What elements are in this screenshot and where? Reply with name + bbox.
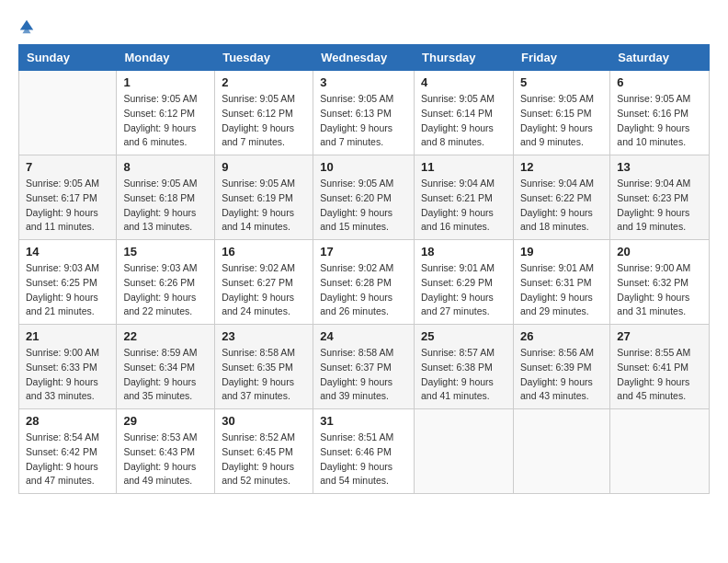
day-number: 7 xyxy=(26,160,109,174)
day-detail: Sunrise: 8:55 AMSunset: 6:41 PMDaylight:… xyxy=(617,346,702,404)
day-detail: Sunrise: 9:03 AMSunset: 6:26 PMDaylight:… xyxy=(123,261,208,319)
day-detail: Sunrise: 9:01 AMSunset: 6:29 PMDaylight:… xyxy=(421,261,506,319)
calendar-cell xyxy=(415,409,514,494)
calendar-cell: 28Sunrise: 8:54 AMSunset: 6:42 PMDayligh… xyxy=(19,409,117,494)
calendar-cell: 23Sunrise: 8:58 AMSunset: 6:35 PMDayligh… xyxy=(215,325,313,409)
calendar-cell: 31Sunrise: 8:51 AMSunset: 6:46 PMDayligh… xyxy=(313,409,415,494)
day-number: 5 xyxy=(520,75,603,89)
day-detail: Sunrise: 9:05 AMSunset: 6:20 PMDaylight:… xyxy=(320,177,407,235)
day-detail: Sunrise: 9:05 AMSunset: 6:17 PMDaylight:… xyxy=(26,177,109,235)
day-number: 31 xyxy=(320,414,407,428)
col-header-tuesday: Tuesday xyxy=(215,45,313,71)
calendar-cell: 10Sunrise: 9:05 AMSunset: 6:20 PMDayligh… xyxy=(313,155,415,240)
calendar-cell: 15Sunrise: 9:03 AMSunset: 6:26 PMDayligh… xyxy=(117,240,215,325)
day-number: 3 xyxy=(320,75,407,89)
day-number: 30 xyxy=(222,414,306,428)
day-detail: Sunrise: 8:53 AMSunset: 6:43 PMDaylight:… xyxy=(123,431,208,488)
day-number: 16 xyxy=(222,245,306,259)
col-header-saturday: Saturday xyxy=(610,45,710,71)
day-detail: Sunrise: 8:59 AMSunset: 6:34 PMDaylight:… xyxy=(123,346,208,404)
logo-icon xyxy=(18,18,35,35)
calendar-cell: 19Sunrise: 9:01 AMSunset: 6:31 PMDayligh… xyxy=(513,240,609,325)
calendar-table: SundayMondayTuesdayWednesdayThursdayFrid… xyxy=(18,44,710,494)
calendar-cell: 12Sunrise: 9:04 AMSunset: 6:22 PMDayligh… xyxy=(513,155,609,240)
day-number: 29 xyxy=(123,414,208,428)
day-number: 4 xyxy=(421,75,506,89)
day-number: 9 xyxy=(222,160,306,174)
day-number: 20 xyxy=(617,245,702,259)
calendar-cell: 3Sunrise: 9:05 AMSunset: 6:13 PMDaylight… xyxy=(313,71,415,155)
calendar-cell: 26Sunrise: 8:56 AMSunset: 6:39 PMDayligh… xyxy=(513,325,609,409)
day-detail: Sunrise: 9:00 AMSunset: 6:33 PMDaylight:… xyxy=(26,346,109,404)
day-detail: Sunrise: 9:05 AMSunset: 6:13 PMDaylight:… xyxy=(320,92,407,150)
day-number: 13 xyxy=(617,160,702,174)
calendar-cell: 18Sunrise: 9:01 AMSunset: 6:29 PMDayligh… xyxy=(415,240,514,325)
calendar-cell: 27Sunrise: 8:55 AMSunset: 6:41 PMDayligh… xyxy=(610,325,710,409)
calendar-cell: 25Sunrise: 8:57 AMSunset: 6:38 PMDayligh… xyxy=(415,325,514,409)
day-number: 28 xyxy=(26,414,109,428)
calendar-header-row: SundayMondayTuesdayWednesdayThursdayFrid… xyxy=(19,45,710,71)
day-number: 26 xyxy=(520,329,603,343)
calendar-cell xyxy=(513,409,609,494)
day-detail: Sunrise: 9:05 AMSunset: 6:12 PMDaylight:… xyxy=(123,92,208,150)
day-number: 17 xyxy=(320,245,407,259)
day-detail: Sunrise: 9:05 AMSunset: 6:14 PMDaylight:… xyxy=(421,92,506,150)
day-detail: Sunrise: 9:02 AMSunset: 6:27 PMDaylight:… xyxy=(222,261,306,319)
calendar-cell: 30Sunrise: 8:52 AMSunset: 6:45 PMDayligh… xyxy=(215,409,313,494)
calendar-cell xyxy=(19,71,117,155)
calendar-cell: 6Sunrise: 9:05 AMSunset: 6:16 PMDaylight… xyxy=(610,71,710,155)
header xyxy=(18,15,710,35)
day-detail: Sunrise: 9:05 AMSunset: 6:12 PMDaylight:… xyxy=(222,92,306,150)
calendar-cell: 21Sunrise: 9:00 AMSunset: 6:33 PMDayligh… xyxy=(19,325,117,409)
day-number: 27 xyxy=(617,329,702,343)
day-detail: Sunrise: 9:05 AMSunset: 6:16 PMDaylight:… xyxy=(617,92,702,150)
calendar-week-row: 1Sunrise: 9:05 AMSunset: 6:12 PMDaylight… xyxy=(19,71,710,155)
day-number: 6 xyxy=(617,75,702,89)
col-header-friday: Friday xyxy=(513,45,609,71)
day-detail: Sunrise: 9:01 AMSunset: 6:31 PMDaylight:… xyxy=(520,261,603,319)
day-number: 2 xyxy=(222,75,306,89)
calendar-cell: 16Sunrise: 9:02 AMSunset: 6:27 PMDayligh… xyxy=(215,240,313,325)
day-detail: Sunrise: 8:56 AMSunset: 6:39 PMDaylight:… xyxy=(520,346,603,404)
calendar-week-row: 28Sunrise: 8:54 AMSunset: 6:42 PMDayligh… xyxy=(19,409,710,494)
calendar-cell: 24Sunrise: 8:58 AMSunset: 6:37 PMDayligh… xyxy=(313,325,415,409)
day-detail: Sunrise: 9:04 AMSunset: 6:22 PMDaylight:… xyxy=(520,177,603,235)
day-number: 24 xyxy=(320,329,407,343)
day-detail: Sunrise: 9:00 AMSunset: 6:32 PMDaylight:… xyxy=(617,261,702,319)
day-detail: Sunrise: 9:04 AMSunset: 6:23 PMDaylight:… xyxy=(617,177,702,235)
calendar-cell: 13Sunrise: 9:04 AMSunset: 6:23 PMDayligh… xyxy=(610,155,710,240)
logo xyxy=(18,18,37,35)
day-number: 19 xyxy=(520,245,603,259)
calendar-cell: 1Sunrise: 9:05 AMSunset: 6:12 PMDaylight… xyxy=(117,71,215,155)
day-number: 23 xyxy=(222,329,306,343)
calendar-cell: 20Sunrise: 9:00 AMSunset: 6:32 PMDayligh… xyxy=(610,240,710,325)
day-detail: Sunrise: 8:54 AMSunset: 6:42 PMDaylight:… xyxy=(26,431,109,488)
day-number: 12 xyxy=(520,160,603,174)
calendar-cell: 14Sunrise: 9:03 AMSunset: 6:25 PMDayligh… xyxy=(19,240,117,325)
calendar-cell: 29Sunrise: 8:53 AMSunset: 6:43 PMDayligh… xyxy=(117,409,215,494)
calendar-cell: 2Sunrise: 9:05 AMSunset: 6:12 PMDaylight… xyxy=(215,71,313,155)
day-detail: Sunrise: 9:05 AMSunset: 6:18 PMDaylight:… xyxy=(123,177,208,235)
day-detail: Sunrise: 9:05 AMSunset: 6:15 PMDaylight:… xyxy=(520,92,603,150)
day-detail: Sunrise: 9:05 AMSunset: 6:19 PMDaylight:… xyxy=(222,177,306,235)
day-number: 1 xyxy=(123,75,208,89)
col-header-sunday: Sunday xyxy=(19,45,117,71)
day-number: 15 xyxy=(123,245,208,259)
day-number: 18 xyxy=(421,245,506,259)
calendar-cell: 7Sunrise: 9:05 AMSunset: 6:17 PMDaylight… xyxy=(19,155,117,240)
day-number: 8 xyxy=(123,160,208,174)
day-detail: Sunrise: 8:52 AMSunset: 6:45 PMDaylight:… xyxy=(222,431,306,488)
day-number: 14 xyxy=(26,245,109,259)
col-header-thursday: Thursday xyxy=(415,45,514,71)
col-header-monday: Monday xyxy=(117,45,215,71)
calendar-cell: 9Sunrise: 9:05 AMSunset: 6:19 PMDaylight… xyxy=(215,155,313,240)
calendar-cell xyxy=(610,409,710,494)
day-detail: Sunrise: 8:58 AMSunset: 6:37 PMDaylight:… xyxy=(320,346,407,404)
calendar-cell: 22Sunrise: 8:59 AMSunset: 6:34 PMDayligh… xyxy=(117,325,215,409)
calendar-cell: 17Sunrise: 9:02 AMSunset: 6:28 PMDayligh… xyxy=(313,240,415,325)
calendar-cell: 11Sunrise: 9:04 AMSunset: 6:21 PMDayligh… xyxy=(415,155,514,240)
day-detail: Sunrise: 8:51 AMSunset: 6:46 PMDaylight:… xyxy=(320,431,407,488)
day-number: 11 xyxy=(421,160,506,174)
day-number: 25 xyxy=(421,329,506,343)
calendar-cell: 4Sunrise: 9:05 AMSunset: 6:14 PMDaylight… xyxy=(415,71,514,155)
